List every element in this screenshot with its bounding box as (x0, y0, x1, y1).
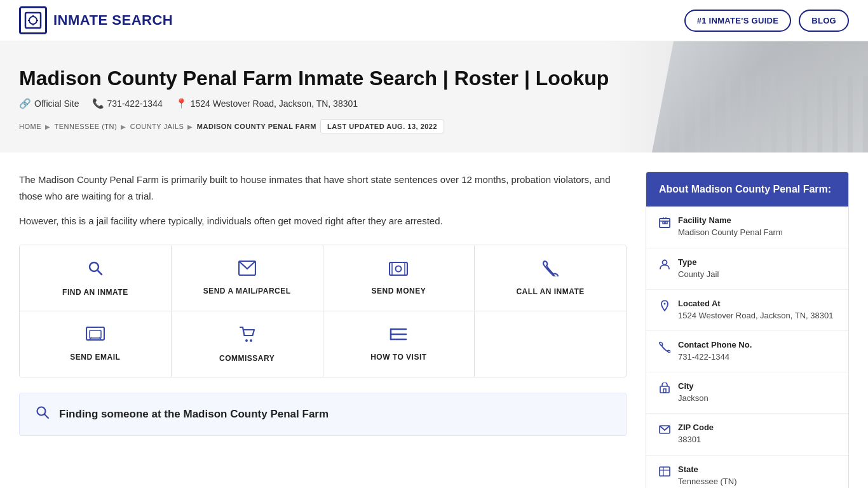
type-icon (659, 259, 670, 273)
sidebar-type: Type County Jail (646, 248, 848, 290)
site-header: INMATE SEARCH #1 INMATE'S GUIDE BLOG (0, 0, 868, 41)
svg-point-1 (29, 17, 37, 24)
send-mail-label: SEND A MAIL/PARCEL (203, 287, 291, 295)
phone-icon: 📞 (92, 98, 104, 109)
svg-rect-34 (663, 389, 666, 393)
action-call-inmate[interactable]: CALL AN INMATE (475, 245, 626, 311)
svg-rect-27 (665, 222, 667, 224)
svg-point-32 (664, 302, 666, 304)
action-send-mail[interactable]: SEND A MAIL/PARCEL (172, 245, 323, 311)
link-icon: 🔗 (19, 98, 31, 109)
state-label: State (678, 464, 836, 474)
svg-line-7 (97, 270, 102, 274)
type-label: Type (678, 257, 836, 267)
call-inmate-label: CALL AN INMATE (516, 287, 584, 296)
find-section[interactable]: Finding someone at the Madison County Pe… (19, 393, 627, 436)
how-to-visit-icon (390, 327, 407, 346)
svg-line-24 (44, 414, 48, 418)
sidebar-phone: Contact Phone No. 731-422-1344 (646, 331, 848, 372)
sidebar: About Madison County Penal Farm: Facilit… (646, 172, 849, 488)
city-icon (659, 383, 670, 397)
logo-icon (19, 6, 47, 34)
city-value: Jackson (678, 393, 836, 404)
about-card: About Madison County Penal Farm: Facilit… (646, 172, 849, 488)
header-nav: #1 INMATE'S GUIDE BLOG (684, 10, 849, 32)
svg-point-10 (396, 266, 402, 271)
send-email-icon (86, 327, 105, 346)
sidebar-state: State Tennessee (TN) (646, 456, 848, 488)
hero-background (652, 41, 868, 152)
breadcrumb-home[interactable]: HOME (19, 123, 41, 130)
send-mail-icon (238, 261, 256, 280)
logo-area: INMATE SEARCH (19, 6, 173, 34)
svg-rect-14 (90, 330, 101, 338)
main-content: The Madison County Penal Farm is primari… (0, 152, 868, 488)
phone-value: 731-422-1344 (678, 351, 836, 363)
facility-name-label: Facility Name (678, 215, 836, 225)
about-card-header: About Madison County Penal Farm: (646, 172, 848, 207)
svg-point-17 (245, 339, 248, 342)
send-email-label: SEND EMAIL (70, 353, 120, 362)
logo-text: INMATE SEARCH (53, 12, 173, 29)
blog-button[interactable]: BLOG (799, 10, 849, 32)
commissary-label: COMMISSARY (219, 354, 275, 363)
action-how-to-visit[interactable]: HOW TO VISIT (323, 311, 475, 377)
location-value: 1524 Westover Road, Jackson, TN, 38301 (678, 310, 836, 322)
action-commissary[interactable]: COMMISSARY (172, 311, 323, 377)
breadcrumb-sep-3: ▶ (187, 123, 193, 130)
call-inmate-icon (542, 260, 559, 281)
phone-label: Contact Phone No. (678, 340, 836, 349)
last-updated-badge: LAST UPDATED AUG. 13, 2022 (320, 119, 444, 133)
phone-sidebar-icon (659, 341, 670, 356)
zip-label: ZIP Code (678, 423, 836, 432)
facility-description: The Madison County Penal Farm is primari… (19, 172, 627, 229)
find-inmate-label: FIND AN INMATE (62, 288, 128, 297)
action-send-email[interactable]: SEND EMAIL (20, 311, 172, 377)
how-to-visit-label: HOW TO VISIT (370, 353, 426, 362)
city-label: City (678, 381, 836, 391)
svg-rect-0 (25, 13, 41, 28)
description-para2: However, this is a jail facility where t… (19, 213, 627, 229)
location-label: Located At (678, 299, 836, 308)
action-grid: FIND AN INMATE SEND A MAIL/PARCEL (19, 245, 627, 377)
find-section-icon (35, 405, 50, 424)
svg-rect-33 (660, 386, 669, 393)
svg-point-18 (250, 339, 252, 342)
zip-icon (659, 424, 670, 438)
find-inmate-icon (86, 259, 104, 281)
type-value: County Jail (678, 269, 836, 280)
sidebar-facility-name: Facility Name Madison County Penal Farm (646, 207, 848, 248)
action-find-inmate[interactable]: FIND AN INMATE (20, 245, 172, 311)
svg-rect-26 (663, 222, 665, 224)
official-site-link[interactable]: 🔗 Official Site (19, 98, 79, 109)
commissary-icon (238, 325, 256, 348)
send-money-icon (389, 261, 408, 280)
sidebar-zip: ZIP Code 38301 (646, 414, 848, 455)
breadcrumb-current: MADISON COUNTY PENAL FARM (197, 123, 316, 130)
sidebar-location: Located At 1524 Westover Road, Jackson, … (646, 290, 848, 331)
state-value: Tennessee (TN) (678, 476, 836, 487)
page-title: Madison County Penal Farm Inmate Search … (19, 67, 849, 90)
breadcrumb-state[interactable]: TENNESSEE (TN) (55, 123, 118, 130)
facility-name-value: Madison County Penal Farm (678, 227, 836, 238)
svg-rect-36 (660, 467, 670, 476)
action-row-2: SEND EMAIL COMMISSARY (20, 311, 626, 377)
zip-value: 38301 (678, 434, 836, 445)
building-icon (659, 217, 670, 231)
content-area: The Madison County Penal Farm is primari… (19, 172, 627, 488)
breadcrumb-sep-2: ▶ (121, 123, 126, 130)
location-icon: 📍 (175, 98, 187, 109)
action-row-1: FIND AN INMATE SEND A MAIL/PARCEL (20, 245, 626, 311)
send-money-label: SEND MONEY (372, 287, 426, 295)
breadcrumb-sep-1: ▶ (45, 123, 51, 130)
address-meta: 📍 1524 Westover Road, Jackson, TN, 38301 (175, 98, 358, 109)
guide-button[interactable]: #1 INMATE'S GUIDE (684, 10, 792, 32)
location-pin-icon (659, 300, 670, 315)
action-send-money[interactable]: SEND MONEY (323, 245, 475, 311)
find-section-text: Finding someone at the Madison County Pe… (59, 408, 329, 421)
breadcrumb-category[interactable]: COUNTY JAILS (130, 123, 184, 130)
sidebar-city: City Jackson (646, 372, 848, 414)
state-icon (659, 466, 670, 480)
description-para1: The Madison County Penal Farm is primari… (19, 172, 627, 204)
phone-meta: 📞 731-422-1344 (92, 98, 163, 109)
